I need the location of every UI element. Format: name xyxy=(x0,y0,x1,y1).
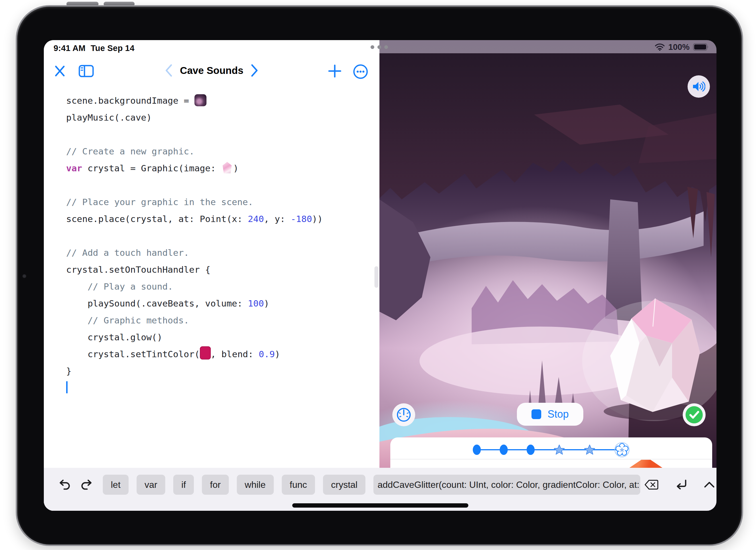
stop-button[interactable]: Stop xyxy=(517,403,583,426)
code-line[interactable]: scene.place(crystal, at: Point(x: 240, y… xyxy=(66,210,375,227)
delete-backspace-icon xyxy=(644,479,659,490)
key-if[interactable]: if xyxy=(173,475,194,495)
key-while[interactable]: while xyxy=(237,475,274,495)
undo-button[interactable] xyxy=(56,478,71,492)
code-line[interactable]: crystal.setOnTouchHandler { xyxy=(66,261,375,278)
return-button[interactable] xyxy=(674,478,688,492)
code-token: } xyxy=(66,366,72,376)
sound-toggle-button[interactable] xyxy=(688,75,710,98)
code-line[interactable] xyxy=(66,126,375,143)
ellipsis-circle-icon xyxy=(353,64,368,79)
card-divider xyxy=(390,459,712,460)
code-line[interactable]: playSound(.caveBeats, volume: 100) xyxy=(66,295,375,312)
code-line[interactable]: // Play a sound. xyxy=(66,278,375,295)
code-token: crystal.setTintColor( xyxy=(66,349,200,359)
code-token: 240 xyxy=(248,214,264,224)
speaker-icon xyxy=(692,81,705,92)
key-for[interactable]: for xyxy=(202,475,229,495)
code-token: scene.backgroundImage = xyxy=(66,95,194,106)
wifi-icon xyxy=(655,43,665,51)
text-caret xyxy=(66,381,68,393)
code-token: , y: xyxy=(264,214,291,224)
delete-button[interactable] xyxy=(644,478,659,492)
key-crystal[interactable]: crystal xyxy=(323,475,365,495)
speed-control-button[interactable] xyxy=(392,403,415,426)
plus-icon xyxy=(328,64,341,78)
progress-page-dot[interactable] xyxy=(473,445,481,455)
code-line[interactable]: playMusic(.cave) xyxy=(66,109,375,126)
code-token: playMusic(.cave) xyxy=(66,112,152,123)
key-var[interactable]: var xyxy=(137,475,165,495)
progress-page-dot[interactable] xyxy=(527,445,535,455)
keyboard-accessory-bar: letvarifforwhilefunccrystal addCaveGlitt… xyxy=(44,468,716,511)
tint-color-swatch[interactable] xyxy=(200,346,211,360)
gauge-icon xyxy=(396,407,412,423)
status-bar-right: 100% xyxy=(655,42,709,52)
code-token: ) xyxy=(233,163,239,173)
progress-milestone-star[interactable] xyxy=(584,444,595,456)
product-shot: 9:41 AMTue Sep 14 xyxy=(0,0,756,550)
key-func[interactable]: func xyxy=(282,475,315,495)
code-token: var xyxy=(66,163,82,173)
cave-image-literal[interactable] xyxy=(194,94,206,106)
stop-icon xyxy=(531,409,541,419)
code-line[interactable]: scene.backgroundImage = xyxy=(66,92,375,109)
code-line[interactable]: crystal.setTintColor(, blend: 0.9) xyxy=(66,346,375,363)
split-view-handle[interactable] xyxy=(371,45,389,49)
code-token: scene.place(crystal, at: Point(x: xyxy=(66,214,248,224)
checkmark-icon xyxy=(685,406,703,424)
editor-nav-bar: Cave Sounds xyxy=(44,58,379,82)
undo-icon xyxy=(57,478,70,491)
add-button[interactable] xyxy=(327,64,342,78)
redo-button[interactable] xyxy=(80,478,95,492)
code-token: // Graphic methods. xyxy=(66,315,189,326)
home-indicator[interactable] xyxy=(292,503,468,508)
crystal-image-literal[interactable] xyxy=(221,162,233,174)
status-bar-left: 9:41 AMTue Sep 14 xyxy=(54,44,135,53)
code-token: // Place your graphic in the scene. xyxy=(66,197,253,207)
code-token: // Add a touch handler. xyxy=(66,247,189,258)
progress-page-dot[interactable] xyxy=(500,445,508,455)
code-line[interactable]: // Graphic methods. xyxy=(66,312,375,329)
code-token: -180 xyxy=(291,214,312,224)
progress-card xyxy=(390,437,712,468)
more-options-button[interactable] xyxy=(353,64,369,80)
battery-percent: 100% xyxy=(668,42,690,52)
code-line[interactable] xyxy=(66,177,375,194)
chevron-back-icon[interactable] xyxy=(165,64,172,77)
code-line[interactable]: crystal.glow() xyxy=(66,329,375,346)
code-line[interactable]: var crystal = Graphic(image: ) xyxy=(66,160,375,177)
status-time: 9:41 AM xyxy=(54,44,86,53)
code-line[interactable] xyxy=(66,380,375,397)
code-line[interactable]: // Place your graphic in the scene. xyxy=(66,194,375,210)
keyboard-accessory-row: letvarifforwhilefunccrystal addCaveGlitt… xyxy=(44,475,716,495)
key-let[interactable]: let xyxy=(103,475,129,495)
battery-icon xyxy=(693,43,709,51)
code-lines[interactable]: scene.backgroundImage = playMusic(.cave)… xyxy=(66,92,375,397)
live-view-pane: 100% xyxy=(379,40,716,511)
ipad-device-frame: 9:41 AMTue Sep 14 xyxy=(16,5,743,546)
progress-row xyxy=(390,437,712,462)
code-token: // Play a sound. xyxy=(66,281,173,292)
progress-milestone-star[interactable] xyxy=(554,444,565,456)
code-token: 100 xyxy=(248,298,264,309)
front-camera xyxy=(22,274,26,278)
check-answer-button[interactable] xyxy=(683,403,706,426)
code-token: )) xyxy=(312,214,323,224)
code-line[interactable]: // Create a new graphic. xyxy=(66,143,375,160)
chevron-forward-icon[interactable] xyxy=(251,64,258,77)
code-token: , blend: xyxy=(211,349,259,359)
code-line[interactable]: } xyxy=(66,363,375,380)
code-line[interactable]: // Add a touch handler. xyxy=(66,244,375,261)
page-title: Cave Sounds xyxy=(180,65,243,76)
progress-current-milestone[interactable] xyxy=(614,442,630,458)
dismiss-keyboard-button[interactable] xyxy=(702,478,716,492)
code-line[interactable] xyxy=(66,227,375,244)
code-token: crystal.setOnTouchHandler { xyxy=(66,264,210,275)
shortcut-keys: letvarifforwhilefunccrystal xyxy=(95,475,365,495)
code-token: playSound(.caveBeats, volume: xyxy=(66,298,248,309)
screen: 9:41 AMTue Sep 14 xyxy=(44,40,716,511)
editor-scrollbar-thumb[interactable] xyxy=(375,266,378,288)
code-token: crystal.glow() xyxy=(66,332,162,342)
code-suggestion-key[interactable]: addCaveGlitter(count: UInt, color: Color… xyxy=(373,475,640,495)
